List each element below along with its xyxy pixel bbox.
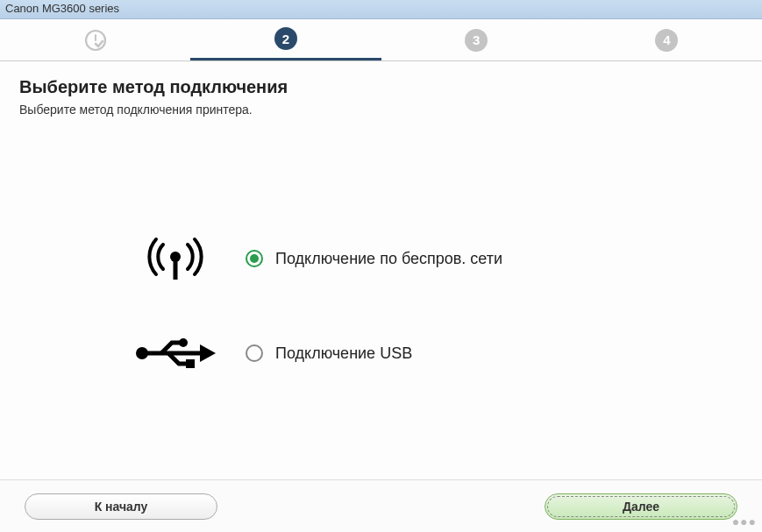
page-heading: Выберите метод подключения bbox=[19, 77, 743, 97]
option-wireless: Подключение по беспров. сети bbox=[105, 232, 762, 285]
window-titlebar: Canon MG3600 series bbox=[0, 0, 762, 19]
connection-options: Подключение по беспров. сети Подключение… bbox=[0, 125, 762, 479]
usb-icon bbox=[105, 334, 246, 372]
radio-indicator bbox=[246, 344, 263, 362]
next-button-label: Далее bbox=[623, 500, 659, 514]
stepper: 2 3 4 bbox=[0, 19, 762, 61]
usb-radio[interactable]: Подключение USB bbox=[246, 344, 412, 363]
svg-rect-2 bbox=[174, 257, 178, 280]
radio-indicator bbox=[246, 250, 263, 267]
step-circle: 4 bbox=[655, 29, 678, 52]
option-usb: Подключение USB bbox=[105, 334, 762, 372]
radio-dot bbox=[250, 254, 259, 263]
back-button[interactable]: К началу bbox=[25, 493, 217, 520]
usb-label: Подключение USB bbox=[275, 344, 412, 363]
page-subheading: Выберите метод подключения принтера. bbox=[19, 103, 743, 117]
svg-rect-7 bbox=[186, 359, 195, 368]
svg-point-6 bbox=[179, 338, 188, 347]
button-bar: К началу Далее bbox=[0, 479, 762, 532]
svg-marker-5 bbox=[200, 344, 216, 362]
step-2: 2 bbox=[190, 19, 381, 60]
step-circle: 2 bbox=[274, 27, 297, 50]
resize-grip-icon: ●●● bbox=[732, 514, 757, 528]
heading-area: Выберите метод подключения Выберите мето… bbox=[0, 61, 762, 125]
step-circle: 3 bbox=[465, 29, 488, 52]
wireless-label: Подключение по беспров. сети bbox=[275, 250, 502, 268]
back-button-label: К началу bbox=[95, 500, 148, 514]
next-button[interactable]: Далее bbox=[545, 493, 737, 520]
step-done-icon bbox=[84, 29, 107, 52]
step-3: 3 bbox=[381, 19, 572, 60]
window-title: Canon MG3600 series bbox=[5, 2, 119, 15]
wireless-icon bbox=[105, 232, 246, 285]
content-area: 2 3 4 Выберите метод подключения Выберит… bbox=[0, 19, 762, 532]
wireless-radio[interactable]: Подключение по беспров. сети bbox=[246, 250, 502, 268]
step-4: 4 bbox=[572, 19, 762, 60]
step-1 bbox=[0, 19, 190, 60]
